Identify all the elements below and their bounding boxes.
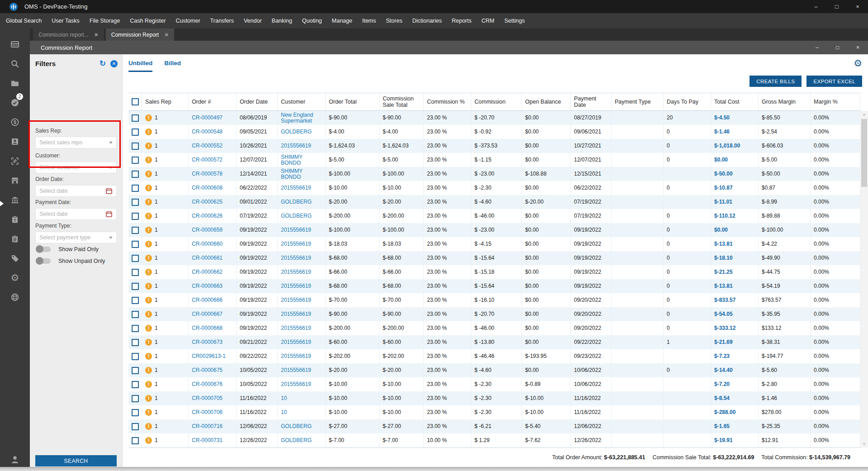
refresh-filters-icon[interactable]: ↻ (100, 59, 106, 68)
col-header-commission[interactable]: Commission % (424, 93, 471, 110)
folder-icon[interactable] (6, 73, 24, 93)
doc-tab-commission-report[interactable]: Commission Report✕ (106, 29, 174, 41)
order-link[interactable]: CR-0000706 (192, 409, 223, 415)
close-icon[interactable]: × (847, 0, 868, 13)
customer-link[interactable]: GOLDBERG (281, 129, 312, 135)
order-link[interactable]: CR-0000673 (192, 339, 223, 345)
customer-link[interactable]: 2015556619 (281, 311, 311, 317)
dropdown-caret-icon[interactable] (109, 142, 113, 144)
row-checkbox[interactable] (132, 325, 139, 332)
customer-link[interactable]: 10 (281, 409, 287, 415)
clipboard-list-icon[interactable] (6, 229, 24, 248)
row-checkbox[interactable] (132, 227, 139, 234)
inner-restore-icon[interactable]: □ (827, 41, 848, 54)
row-checkbox[interactable] (132, 199, 139, 206)
order-link[interactable]: CR-0000626 (192, 213, 223, 219)
menu-item-dictionaries[interactable]: Dictionaries (407, 13, 446, 29)
customer-link[interactable]: 2015556619 (281, 367, 311, 373)
scrollbar-thumb[interactable] (861, 119, 867, 187)
bank-icon[interactable] (6, 190, 24, 209)
row-checkbox[interactable] (132, 367, 139, 374)
toggle-switch-show-paid-only[interactable] (36, 247, 51, 252)
menu-item-customer[interactable]: Customer (171, 13, 205, 29)
customer-link[interactable]: 2015556619 (281, 227, 311, 233)
customer-link[interactable]: 2015556619 (281, 325, 311, 331)
row-checkbox[interactable] (132, 213, 139, 220)
clear-filters-icon[interactable]: ✕ (110, 60, 118, 67)
order-link[interactable]: CR-0000676 (192, 381, 223, 387)
order-link[interactable]: CR0029613-1 (192, 353, 226, 359)
scroll-down-icon[interactable]: ▼ (860, 441, 868, 447)
row-checkbox[interactable] (132, 255, 139, 262)
menu-item-file-storage[interactable]: File Storage (85, 13, 125, 29)
select-input-customer[interactable]: Select customer (35, 162, 117, 173)
search-button[interactable]: SEARCH (35, 455, 117, 466)
tasks-check-icon[interactable]: 2 (6, 93, 24, 112)
col-header-commission[interactable]: Commission (471, 93, 522, 110)
customer-link[interactable]: GOLDBERG (281, 423, 312, 429)
date-input-order-date[interactable]: Select date (35, 185, 117, 197)
menu-item-transfers[interactable]: Transfers (205, 13, 239, 29)
toggle-switch-show-unpaid-only[interactable] (36, 258, 51, 264)
customer-link[interactable]: 2015556619 (281, 283, 311, 289)
dropdown-caret-icon[interactable] (109, 237, 113, 239)
order-link[interactable]: CR-0000497 (192, 115, 223, 121)
customer-link[interactable]: 2015556619 (281, 339, 311, 345)
menu-item-items[interactable]: Items (357, 13, 381, 29)
row-checkbox[interactable] (132, 128, 139, 136)
menu-item-stores[interactable]: Stores (381, 13, 407, 29)
minimize-icon[interactable]: – (806, 0, 826, 13)
col-header-customer[interactable]: Customer (278, 93, 326, 110)
order-link[interactable]: CR-0000548 (192, 129, 223, 135)
customer-link[interactable]: 2015556619 (281, 241, 311, 247)
customer-link[interactable]: SHIMMY BONDO (281, 154, 322, 166)
row-checkbox[interactable] (132, 437, 139, 444)
customer-link[interactable]: 10 (281, 395, 287, 401)
customer-link[interactable]: 2015556619 (281, 353, 311, 359)
col-header-margin[interactable]: Margin % (811, 93, 860, 110)
menu-item-quoting[interactable]: Quoting (297, 13, 327, 29)
col-header-order-total[interactable]: Order Total (326, 93, 379, 110)
export-excel-button[interactable]: EXPORT EXCEL (806, 76, 862, 87)
row-checkbox[interactable] (132, 297, 139, 304)
gear-icon[interactable]: ⚙ (6, 268, 24, 287)
row-checkbox[interactable] (132, 269, 139, 276)
order-link[interactable]: CR-0000572 (192, 157, 223, 163)
order-link[interactable]: CR-0000675 (192, 367, 223, 373)
order-link[interactable]: CR-0000666 (192, 297, 223, 303)
calendar-icon[interactable] (105, 187, 113, 195)
scroll-up-icon[interactable]: ▲ (860, 111, 868, 118)
row-checkbox[interactable] (132, 157, 139, 164)
menu-item-crm[interactable]: CRM (477, 13, 499, 29)
customer-link[interactable]: 2015556619 (281, 297, 311, 303)
order-link[interactable]: CR-0000661 (192, 255, 223, 261)
doc-tab-commission-report[interactable]: Commission report...✕ (33, 29, 104, 41)
menu-item-user-tasks[interactable]: User Tasks (47, 13, 85, 29)
row-checkbox[interactable] (132, 311, 139, 318)
row-checkbox[interactable] (132, 185, 139, 192)
row-checkbox[interactable] (132, 353, 139, 360)
customer-link[interactable]: 2015556619 (281, 143, 311, 149)
order-link[interactable]: CR-0000663 (192, 283, 223, 289)
task-question-icon[interactable]: ? (6, 209, 24, 229)
menu-item-vendor[interactable]: Vendor (239, 13, 267, 29)
user-icon[interactable] (6, 452, 24, 467)
tag-icon[interactable] (6, 248, 24, 268)
store-icon[interactable] (6, 171, 24, 190)
col-header-total-cost[interactable]: Total Cost (711, 93, 759, 110)
row-checkbox[interactable] (132, 171, 139, 178)
customer-link[interactable]: 2015556619 (281, 269, 311, 275)
money-icon[interactable]: $ (6, 112, 24, 132)
col-header-sales-rep[interactable]: Sales Rep (142, 93, 189, 110)
customer-link[interactable]: 2015556619 (281, 255, 311, 261)
expand-panel-arrow-icon[interactable] (0, 201, 4, 206)
row-checkbox[interactable] (132, 423, 139, 430)
order-link[interactable]: CR-0000662 (192, 269, 223, 275)
calendar-icon[interactable] (105, 210, 113, 218)
col-header-order[interactable]: Order # (189, 93, 237, 110)
globe-icon[interactable] (6, 287, 24, 307)
customer-link[interactable]: GOLDBERG (281, 213, 312, 219)
menu-item-reports[interactable]: Reports (447, 13, 477, 29)
row-checkbox[interactable] (132, 143, 139, 150)
tab-unbilled[interactable]: Unbilled (128, 60, 152, 72)
